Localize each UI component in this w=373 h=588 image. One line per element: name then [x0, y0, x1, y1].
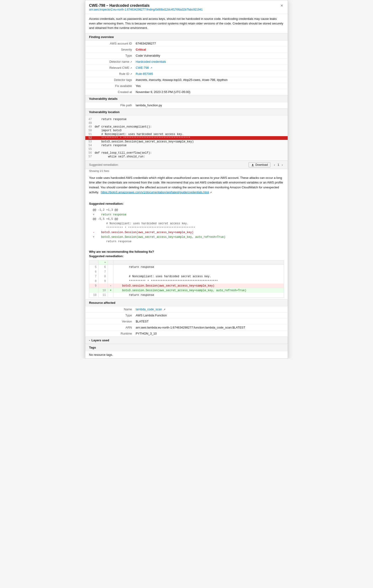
why-heading: Why are we recommending the following fi… [85, 247, 288, 254]
value-rule[interactable]: Rule-857085 [136, 72, 284, 75]
cmp-old-num: 10 [89, 293, 99, 298]
code-line-content: boto3.session.Session(aws_secret_access_… [95, 140, 288, 143]
layers-used-header: - Layers used [85, 337, 288, 344]
remediation-paragraph: Your code uses hardcoded AWS credentials… [85, 173, 288, 197]
resource-name-link[interactable]: lambda_code_scan [136, 307, 162, 311]
finding-id-link[interactable]: arn:aws:inspector2:eu-north-1:6746342982… [89, 8, 203, 11]
cmp-marker [108, 274, 114, 279]
layers-title: Layers used [91, 338, 109, 342]
cmp-new-num: 11 [99, 293, 108, 298]
cmp-marker [108, 279, 114, 284]
code-line-number: 53 [85, 140, 95, 143]
cmp-old-num: 7 [89, 274, 99, 279]
cmp-code-cell [114, 270, 284, 274]
cwe-ext-icon-inner: ↗ [150, 66, 152, 69]
label-resource-name: Name [89, 307, 136, 311]
cwe-link-inner: CWE-798 [136, 66, 149, 70]
code-line-content: ********** * ***************************… [95, 136, 288, 140]
finding-row-detector: Detector name ↗ Hardcoded credentials [85, 59, 288, 65]
cmp-old-num: 9 [89, 284, 99, 288]
cmp-marker: - [108, 284, 114, 288]
resource-row-version: Version $LATEST [85, 318, 288, 325]
next-page-button[interactable]: › [280, 162, 284, 167]
code-line-47: 47 return response [85, 117, 288, 121]
code-line-number: 54 [85, 144, 95, 147]
comparison-row: 78 # Noncompliant: uses hardcoded secret… [89, 274, 284, 279]
resource-affected-header: Resource affected [85, 299, 288, 306]
code-line-content: while self.should_run: [95, 155, 288, 158]
external-link-icon: ↗ [130, 61, 132, 63]
page-number: 1 [278, 163, 279, 167]
code-line-49: 49def create_session_noncompliant(): [85, 125, 288, 129]
resource-ext-icon: ↗ [163, 308, 165, 311]
cmp-new-num: 10 [99, 288, 108, 293]
label-resource-runtime: Runtime [89, 332, 136, 335]
code-line-48: 48 [85, 121, 288, 125]
finding-row-fix: Fix available Yes [85, 83, 288, 89]
code-line-number: 49 [85, 125, 95, 128]
vulnerability-file-path-row: File path lambda_function.py [85, 102, 288, 108]
suggested-remediation-label: Suggested remediation: [89, 163, 246, 167]
label-severity: Severity [89, 48, 136, 51]
label-detector: Detector name ↗ [89, 60, 136, 63]
finding-row-severity: Severity Critical [85, 47, 288, 53]
diff-block: @@ -1,2 +1,3 @@+ return response@@ -5,5 … [89, 207, 284, 245]
code-line-57: 57 while self.should_run: [85, 155, 288, 158]
finding-row-tags: Detector tags #secrets, #security, #owas… [85, 77, 288, 83]
label-resource-type: Type [89, 314, 136, 317]
comparison-table: +56 return response6778 # Noncompliant: … [89, 260, 284, 298]
cmp-new-num: 7 [99, 270, 108, 274]
cmp-old-num [89, 288, 99, 293]
download-icon [251, 163, 254, 167]
cmp-marker [108, 293, 114, 298]
prev-page-button[interactable]: ‹ [273, 162, 276, 167]
cmp-code-cell: ********** * ***************************… [114, 279, 284, 284]
col-code [114, 260, 284, 265]
comparison-row: 1011 return response [89, 293, 284, 298]
code-line-content: # Noncompliant: uses hardcoded secret ac… [95, 133, 288, 136]
cmp-new-num: 9 [99, 279, 108, 284]
code-line-number: 48 [85, 121, 95, 125]
value-resource-type: AWS Lambda Function [136, 314, 284, 317]
comparison-row: 89 ********** * ************************… [89, 279, 284, 284]
value-detector[interactable]: Hardcoded credentials [136, 60, 284, 63]
modal-header-left: CWE-798 – Hardcoded credentials arn:aws:… [89, 3, 203, 11]
cmp-marker [108, 270, 114, 274]
showing-fixes-text: Showing 1/1 fixes [85, 169, 288, 173]
label-type: Type [89, 54, 136, 57]
diff-line: + boto3.session.Session(aws_secret_acces… [93, 235, 280, 240]
label-resource-arn: ARN [89, 326, 136, 329]
download-button[interactable]: Download [249, 162, 270, 168]
code-line-number: 57 [85, 155, 95, 158]
code-line-number: 55 [85, 147, 95, 151]
svg-rect-0 [251, 166, 254, 166]
layers-expand-icon[interactable]: - [89, 338, 90, 342]
code-line-content: def read_loop_till_overflow(self): [95, 151, 288, 155]
code-line-content: def create_session_noncompliant(): [95, 125, 288, 128]
code-line-52: 52 ********** * ************************… [85, 136, 288, 140]
label-account-id: AWS account ID [89, 42, 136, 45]
comparison-row: 56 return response [89, 265, 284, 270]
remediation-link[interactable]: https://boto3.amazonaws.com/v1/documenta… [101, 190, 209, 194]
code-line-53: 53 boto3.session.Session(aws_secret_acce… [85, 140, 288, 144]
value-resource-name: lambda_code_scan ↗ [136, 307, 165, 311]
modal-container: CWE-798 – Hardcoded credentials arn:aws:… [85, 0, 288, 358]
diff-line: @@ -1,2 +1,3 @@ [93, 208, 280, 212]
resource-row-type: Type AWS Lambda Function [85, 312, 288, 318]
code-line-54: 54 return response [85, 144, 288, 147]
cmp-old-num: 5 [89, 265, 99, 270]
no-tags-text: No resource tags. [85, 351, 288, 358]
diff-line: # Noncompliant: uses hardcoded secret ac… [93, 221, 280, 226]
code-line-number: 50 [85, 129, 95, 132]
label-resource-version: Version [89, 320, 136, 323]
value-cwe[interactable]: CWE-798↗ [136, 66, 284, 70]
col-new: + [99, 260, 108, 265]
code-line-content: return response [95, 118, 288, 121]
cmp-marker [108, 265, 114, 270]
download-label: Download [256, 163, 268, 167]
cmp-code-cell: boto3.session.Session(aws_secret_access_… [114, 288, 284, 293]
close-button[interactable]: × [280, 3, 284, 8]
cmp-code-cell: return response [114, 265, 284, 270]
value-file-path: lambda_function.py [136, 104, 284, 107]
label-rule: Rule ID ↗ [89, 72, 136, 75]
